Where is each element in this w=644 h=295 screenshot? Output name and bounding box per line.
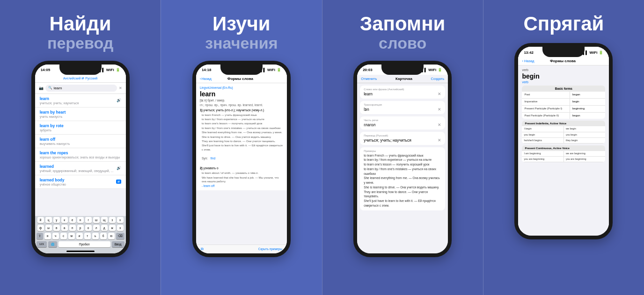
p2-copy-icon[interactable]: ⧉ (201, 247, 204, 252)
p2-example: to learn by / from experience — учиться … (202, 117, 283, 121)
clear-word-button[interactable]: ✕ (438, 92, 441, 96)
p4-cell-imperative-value: begin (570, 99, 605, 105)
conj-you-begin: you begin (522, 132, 564, 137)
key-у[interactable]: у (53, 217, 60, 223)
list-item[interactable]: learn учиться; учить; научиться 🔊 (35, 94, 126, 108)
key-о[interactable]: о (85, 225, 92, 231)
syn-link[interactable]: find (211, 157, 215, 160)
key-л[interactable]: л (93, 225, 100, 231)
key-ь[interactable]: ь (92, 233, 99, 239)
p3-cancel-button[interactable]: Отменить (361, 77, 377, 81)
key-к[interactable]: к (61, 217, 68, 223)
key-enter[interactable]: Ввод (112, 241, 124, 247)
key-г[interactable]: г (85, 217, 92, 223)
key-а[interactable]: а (61, 225, 68, 231)
keyboard[interactable]: й ц у к е н г ш щ з х ф ы в а п (35, 216, 126, 253)
battery-icon: 🔋 (116, 68, 120, 72)
p1-search-bar[interactable]: 📷 🔍 learn ✕ (35, 83, 126, 94)
key-ю[interactable]: ю (108, 233, 115, 239)
table-row: I am beginning we are beginning (522, 151, 605, 157)
list-item[interactable]: learn the ropes хорошо ориентироваться; … (35, 148, 126, 162)
key-е[interactable]: е (69, 217, 76, 223)
key-щ[interactable]: щ (101, 217, 108, 223)
key-ш[interactable]: ш (93, 217, 100, 223)
key-ж[interactable]: ж (109, 225, 116, 231)
key-space[interactable]: Пробел (59, 241, 110, 247)
word-learned-body: learned body (40, 178, 66, 182)
audio-icon[interactable]: 🔊 (117, 98, 121, 102)
list-item[interactable]: learned учёный; эрудированный; знающий, … (35, 162, 126, 175)
key-р[interactable]: р (77, 225, 84, 231)
p4-back-label: Назад (524, 59, 534, 63)
kbd-row-1: й ц у к е н г ш щ з х (35, 216, 126, 224)
list-item[interactable]: learn by heart учить наизусть (35, 108, 126, 121)
key-123[interactable]: 123 (37, 241, 47, 247)
key-м[interactable]: м (68, 233, 75, 239)
key-с[interactable]: с (60, 233, 67, 239)
key-т[interactable]: т (84, 233, 91, 239)
def-learn: учиться; учить; научиться (40, 101, 79, 105)
p2-nav-bar: ‹ Назад Формы слова (196, 75, 287, 83)
p2-example: She learned everything from me. — Она вс… (202, 130, 283, 134)
syn-block: Syn: find (202, 153, 283, 161)
key-я[interactable]: я (44, 233, 51, 239)
p2-headword: learn (200, 90, 283, 98)
list-item[interactable]: learn by rote зубрить (35, 121, 126, 135)
p4-cell-part1-label: Present Participle (Participle I) (522, 106, 570, 112)
p3-field-word[interactable]: Слово или фраза (Английский) learn ✕ (360, 86, 445, 99)
search-text: learn (54, 86, 62, 90)
key-shift[interactable]: ⇧ (37, 233, 43, 239)
p4-back-button[interactable]: ‹ Назад (522, 59, 534, 63)
p3-field-pos[interactable]: Часть речи глагол ✕ (360, 116, 445, 130)
p2-back-button[interactable]: ‹ Назад (200, 77, 212, 81)
p4-cell-past-value: began (570, 92, 605, 98)
panel-2-title: Изучи значения (205, 13, 278, 52)
key-з[interactable]: з (109, 217, 116, 223)
key-ф[interactable]: ф (37, 225, 44, 231)
key-п[interactable]: п (69, 225, 76, 231)
key-globe[interactable]: 🌐 (48, 241, 57, 247)
panel-conjugate: Спрягай 13:42 ▌▌▌ WiFi 🔋 ‹ Назад Формы с… (483, 0, 644, 295)
clear-translation-button[interactable]: ✕ (438, 138, 441, 143)
key-э[interactable]: э (117, 225, 124, 231)
conj-we-are-beginning: we are beginning (564, 151, 606, 156)
list-item[interactable]: learn off выучивать наизусть (35, 135, 126, 148)
key-delete[interactable]: ⌫ (116, 233, 124, 239)
p4-pres-cont-header: Present Continuous, Active Voice (522, 145, 605, 151)
key-д[interactable]: д (101, 225, 108, 231)
status-time-1: 14:05 (41, 68, 50, 72)
kbd-row-2: ф ы в а п р о л д ж э (35, 224, 126, 232)
p3-create-button[interactable]: Создать (431, 77, 445, 81)
clear-phonetic-button[interactable]: ✕ (438, 107, 441, 112)
def-learn-by-heart: учить наизусть (40, 115, 121, 118)
p4-cell-imperative-label: Imperative (522, 99, 570, 105)
key-н[interactable]: н (77, 217, 84, 223)
p3-field-phonetic-value: lɜn ✕ (364, 107, 441, 112)
p3-field-phonetic[interactable]: Транскрипция lɜn ✕ (360, 101, 445, 114)
clear-pos-button[interactable]: ✕ (438, 122, 441, 127)
p3-nav-title: Карточка (395, 77, 412, 81)
p4-content-area: verb begin verb Basic forms Past began I… (518, 65, 609, 231)
panel-1-title-line1: Найди (47, 13, 113, 35)
key-ч[interactable]: ч (52, 233, 59, 239)
panel-find: Найди перевод 14:05 ▌▌▌ WiFi 🔋 Английски… (0, 0, 161, 295)
p2-example: She'll just have to learn to live with i… (202, 144, 283, 151)
key-й[interactable]: й (37, 217, 44, 223)
key-ы[interactable]: ы (45, 225, 52, 231)
p2-hide-examples[interactable]: Скрыть примеры (258, 247, 282, 251)
key-в[interactable]: в (53, 225, 60, 231)
key-х[interactable]: х (117, 217, 124, 223)
link-learn-off[interactable]: - learn off (202, 184, 283, 187)
key-ц[interactable]: ц (45, 217, 52, 223)
key-и[interactable]: и (76, 233, 83, 239)
audio-icon-2[interactable]: 🔊 (117, 166, 121, 170)
p4-basic-forms-table: Basic forms Past began Imperative begin … (522, 86, 605, 119)
chevron-left-icon: ‹ (200, 77, 201, 81)
def-learn-by-rote: зубрить (40, 129, 121, 132)
p3-field-translation[interactable]: Перевод (Русский) учиться; учить; научит… (360, 132, 445, 145)
search-box[interactable]: 🔍 learn (45, 85, 117, 92)
list-item[interactable]: learned body учёное общество ⇌ (35, 175, 126, 189)
table-row: you are beginning you are beginning (522, 157, 605, 162)
key-б[interactable]: б (100, 233, 107, 239)
clear-search-icon[interactable]: ✕ (119, 86, 122, 90)
